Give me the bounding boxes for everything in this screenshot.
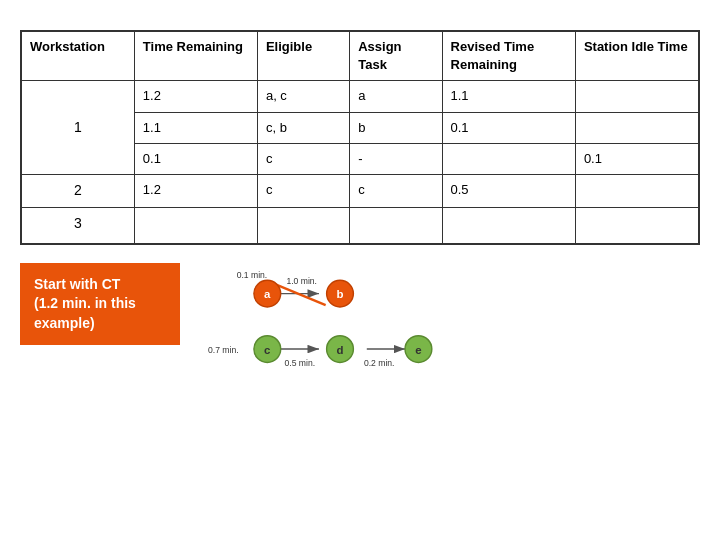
label-a-top: 0.1 min. bbox=[237, 270, 268, 280]
cell-station-1c: 0.1 bbox=[575, 143, 698, 174]
cell-time-3 bbox=[134, 207, 257, 243]
label-cd: 0.5 min. bbox=[285, 358, 316, 368]
cell-workstation-2: 2 bbox=[22, 174, 135, 207]
header-revised-time: Revised Time Remaining bbox=[442, 32, 575, 81]
cell-station-2 bbox=[575, 174, 698, 207]
network-diagram: 1.0 min. 0.1 min. 0.5 min. 0.2 min. 0.7 … bbox=[200, 263, 480, 373]
node-c-label: c bbox=[264, 343, 271, 355]
node-a-label: a bbox=[264, 288, 271, 300]
cell-assign-1a: a bbox=[350, 81, 442, 112]
cell-assign-2: c bbox=[350, 174, 442, 207]
cell-station-3 bbox=[575, 207, 698, 243]
start-ct-box: Start with CT(1.2 min. in thisexample) bbox=[20, 263, 180, 346]
cell-time-1a: 1.2 bbox=[134, 81, 257, 112]
header-time-remaining: Time Remaining bbox=[134, 32, 257, 81]
cell-time-1c: 0.1 bbox=[134, 143, 257, 174]
cell-eligible-3 bbox=[257, 207, 349, 243]
label-ab: 1.0 min. bbox=[286, 276, 317, 286]
start-ct-text: Start with CT(1.2 min. in thisexample) bbox=[34, 276, 136, 331]
cell-time-2: 1.2 bbox=[134, 174, 257, 207]
cell-assign-1c: - bbox=[350, 143, 442, 174]
cell-workstation-3: 3 bbox=[22, 207, 135, 243]
cell-workstation: 1 bbox=[22, 81, 135, 175]
header-assign-task: Assign Task bbox=[350, 32, 442, 81]
cell-assign-3 bbox=[350, 207, 442, 243]
cell-assign-1b: b bbox=[350, 112, 442, 143]
table-row: 1 1.2 a, c a 1.1 bbox=[22, 81, 699, 112]
cell-eligible-1b: c, b bbox=[257, 112, 349, 143]
node-b-label: b bbox=[336, 288, 343, 300]
table-row: 3 bbox=[22, 207, 699, 243]
header-eligible: Eligible bbox=[257, 32, 349, 81]
main-table: Workstation Time Remaining Eligible Assi… bbox=[20, 30, 700, 245]
header-station-idle: Station Idle Time bbox=[575, 32, 698, 81]
table-row: 2 1.2 c c 0.5 bbox=[22, 174, 699, 207]
cell-revised-1c bbox=[442, 143, 575, 174]
cell-revised-1b: 0.1 bbox=[442, 112, 575, 143]
node-e-label: e bbox=[415, 343, 421, 355]
cell-eligible-1c: c bbox=[257, 143, 349, 174]
diagram-svg: 1.0 min. 0.1 min. 0.5 min. 0.2 min. 0.7 … bbox=[200, 263, 480, 373]
cell-revised-1a: 1.1 bbox=[442, 81, 575, 112]
cell-station-1b bbox=[575, 112, 698, 143]
cell-eligible-1a: a, c bbox=[257, 81, 349, 112]
header-workstation: Workstation bbox=[22, 32, 135, 81]
cell-time-1b: 1.1 bbox=[134, 112, 257, 143]
label-c-left: 0.7 min. bbox=[208, 344, 239, 354]
cell-station-1a bbox=[575, 81, 698, 112]
cell-eligible-2: c bbox=[257, 174, 349, 207]
cell-revised-2: 0.5 bbox=[442, 174, 575, 207]
label-de: 0.2 min. bbox=[364, 358, 395, 368]
node-d-label: d bbox=[336, 343, 343, 355]
cross-line-ab bbox=[275, 284, 326, 305]
cell-revised-3 bbox=[442, 207, 575, 243]
bottom-section: Start with CT(1.2 min. in thisexample) 1… bbox=[20, 263, 480, 373]
